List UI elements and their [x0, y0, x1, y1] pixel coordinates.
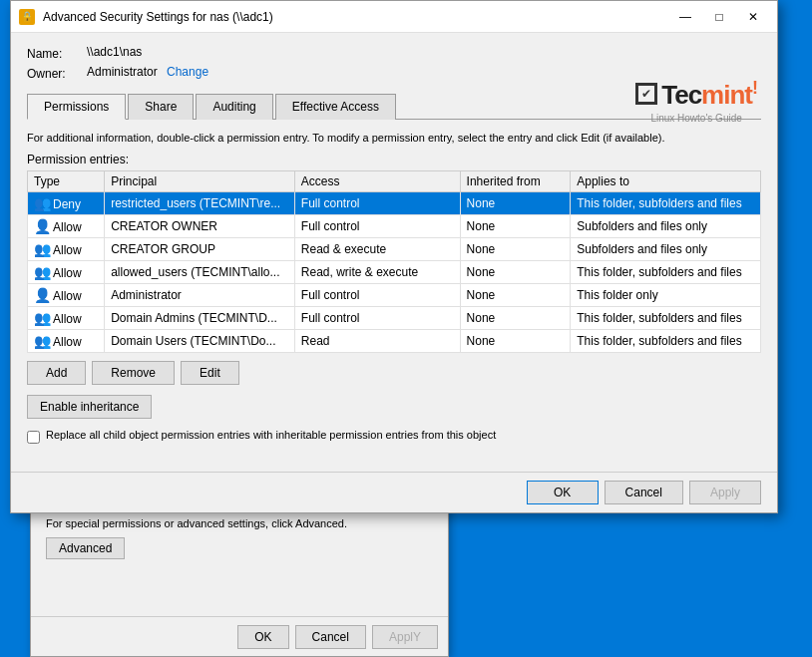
- bg-dialog-footer: OK Cancel ApplY: [31, 616, 448, 656]
- bg-cancel-button[interactable]: Cancel: [295, 625, 366, 649]
- cell-principal: allowed_users (TECMINT\allo...: [105, 260, 295, 283]
- cell-principal: restricted_users (TECMINT\re...: [105, 191, 295, 214]
- name-label: Name:: [27, 45, 87, 61]
- table-row[interactable]: 👥Allow Domain Users (TECMINT\Do... Read …: [28, 329, 761, 352]
- name-value: \\adc1\nas: [87, 45, 761, 61]
- cell-principal: CREATOR GROUP: [105, 237, 295, 260]
- cell-principal: Domain Users (TECMINT\Do...: [105, 329, 295, 352]
- logo: Tecmint!: [635, 78, 757, 111]
- cell-applies: Subfolders and files only: [571, 214, 761, 237]
- cell-type: 👥Allow: [28, 237, 105, 260]
- change-owner-link[interactable]: Change: [167, 65, 208, 79]
- owner-label: Owner:: [27, 65, 87, 81]
- main-dialog: Advanced Security Settings for nas (\\ad…: [10, 0, 778, 513]
- maximize-button[interactable]: □: [703, 7, 735, 27]
- dialog-icon: [19, 9, 35, 25]
- bg-apply-button[interactable]: ApplY: [372, 625, 438, 649]
- cell-inherited: None: [460, 237, 571, 260]
- cell-principal: CREATOR OWNER: [105, 214, 295, 237]
- col-applies: Applies to: [571, 170, 761, 191]
- cell-applies: This folder, subfolders and files: [571, 329, 761, 352]
- replace-checkbox[interactable]: [27, 431, 40, 444]
- logo-brand: Tecmint!: [661, 78, 757, 111]
- cell-access: Full control: [294, 191, 460, 214]
- group-icon: 👥: [34, 241, 51, 257]
- window-controls: ― □ ✕: [669, 7, 769, 27]
- cell-applies: This folder, subfolders and files: [571, 306, 761, 329]
- cell-applies: This folder, subfolders and files: [571, 191, 761, 214]
- cell-inherited: None: [460, 306, 571, 329]
- cell-principal: Domain Admins (TECMINT\D...: [105, 306, 295, 329]
- table-row[interactable]: 👥Allow allowed_users (TECMINT\allo... Re…: [28, 260, 761, 283]
- add-button[interactable]: Add: [27, 361, 86, 385]
- replace-checkbox-row: Replace all child object permission entr…: [27, 429, 761, 444]
- cell-type: 👥Allow: [28, 329, 105, 352]
- dialog-body: Tecmint! Linux Howto's Guide Name: \\adc…: [11, 33, 777, 472]
- cell-inherited: None: [460, 214, 571, 237]
- cell-inherited: None: [460, 283, 571, 306]
- cell-type: 👤Allow: [28, 283, 105, 306]
- dialog-title: Advanced Security Settings for nas (\\ad…: [43, 10, 669, 24]
- cell-applies: This folder, subfolders and files: [571, 260, 761, 283]
- permissions-table: Type Principal Access Inherited from App…: [27, 170, 761, 353]
- col-inherited: Inherited from: [460, 170, 571, 191]
- tab-auditing[interactable]: Auditing: [196, 94, 272, 120]
- edit-button[interactable]: Edit: [181, 361, 239, 385]
- bg-ok-button[interactable]: OK: [237, 625, 288, 649]
- remove-button[interactable]: Remove: [92, 361, 175, 385]
- dialog-footer: OK Cancel Apply: [11, 472, 777, 512]
- bg-info-text: For special permissions or advanced sett…: [46, 516, 433, 531]
- cancel-button[interactable]: Cancel: [605, 481, 683, 504]
- table-body: 👥Deny restricted_users (TECMINT\re... Fu…: [28, 191, 761, 352]
- cell-inherited: None: [460, 260, 571, 283]
- cell-type: 👤Allow: [28, 214, 105, 237]
- enable-inheritance-button[interactable]: Enable inheritance: [27, 395, 152, 419]
- tab-share[interactable]: Share: [128, 94, 194, 120]
- ok-button[interactable]: OK: [527, 481, 599, 504]
- advanced-button[interactable]: Advanced: [46, 537, 125, 559]
- replace-checkbox-label: Replace all child object permission entr…: [46, 429, 496, 441]
- tab-effective-access[interactable]: Effective Access: [275, 94, 396, 120]
- file-info: Name: \\adc1\nas Owner: Administrator Ch…: [27, 45, 761, 81]
- cell-access: Read, write & execute: [294, 260, 460, 283]
- logo-icon: [635, 83, 657, 105]
- col-access: Access: [294, 170, 460, 191]
- cell-principal: Administrator: [105, 283, 295, 306]
- user-icon: 👤: [34, 287, 51, 303]
- col-principal: Principal: [105, 170, 295, 191]
- table-row[interactable]: 👥Allow CREATOR GROUP Read & execute None…: [28, 237, 761, 260]
- logo-subtitle: Linux Howto's Guide: [650, 113, 741, 124]
- cell-access: Full control: [294, 306, 460, 329]
- action-buttons: Add Remove Edit: [27, 361, 761, 385]
- group-icon: 👥: [34, 310, 51, 326]
- group-icon: 👥: [34, 264, 51, 280]
- table-row[interactable]: 👤Allow Administrator Full control None T…: [28, 283, 761, 306]
- title-bar: Advanced Security Settings for nas (\\ad…: [11, 1, 777, 33]
- logo-area: Tecmint! Linux Howto's Guide: [635, 78, 757, 124]
- cell-applies: Subfolders and files only: [571, 237, 761, 260]
- col-type: Type: [28, 170, 105, 191]
- table-row[interactable]: 👤Allow CREATOR OWNER Full control None S…: [28, 214, 761, 237]
- cell-type: 👥Allow: [28, 306, 105, 329]
- cell-inherited: None: [460, 191, 571, 214]
- group-icon: 👥: [34, 195, 51, 211]
- table-header: Type Principal Access Inherited from App…: [28, 170, 761, 191]
- apply-button[interactable]: Apply: [689, 481, 761, 504]
- cell-applies: This folder only: [571, 283, 761, 306]
- table-row[interactable]: 👥Allow Domain Admins (TECMINT\D... Full …: [28, 306, 761, 329]
- group-icon: 👥: [34, 333, 51, 349]
- user-icon: 👤: [34, 218, 51, 234]
- cell-access: Full control: [294, 214, 460, 237]
- cell-type: 👥Deny: [28, 191, 105, 214]
- section-label: Permission entries:: [27, 153, 761, 166]
- info-text: For additional information, double-click…: [27, 130, 761, 147]
- table-row[interactable]: 👥Deny restricted_users (TECMINT\re... Fu…: [28, 191, 761, 214]
- cell-access: Read & execute: [294, 237, 460, 260]
- tab-permissions[interactable]: Permissions: [27, 94, 126, 120]
- minimize-button[interactable]: ―: [669, 7, 701, 27]
- cell-type: 👥Allow: [28, 260, 105, 283]
- cell-access: Full control: [294, 283, 460, 306]
- cell-access: Read: [294, 329, 460, 352]
- close-button[interactable]: ✕: [737, 7, 769, 27]
- cell-inherited: None: [460, 329, 571, 352]
